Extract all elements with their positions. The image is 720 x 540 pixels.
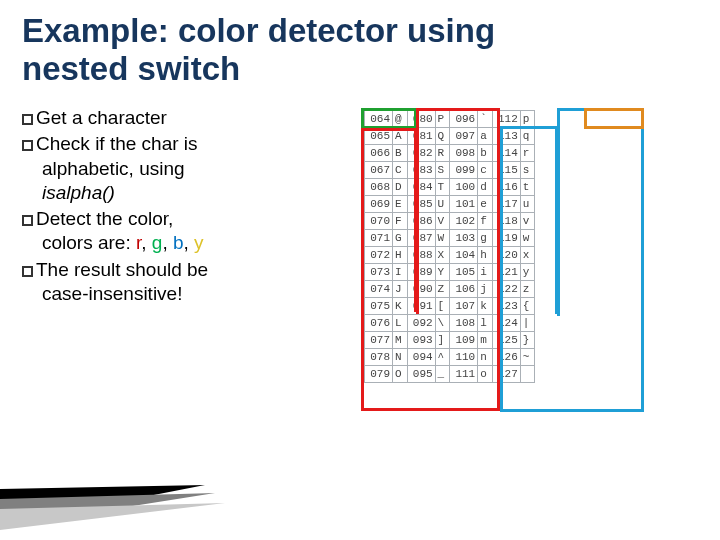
ascii-code: 091 <box>407 297 435 314</box>
ascii-code: 102 <box>450 212 478 229</box>
ascii-char: b <box>478 144 493 161</box>
ascii-char: Y <box>435 263 450 280</box>
ascii-code: 126 <box>492 348 520 365</box>
ascii-code: 081 <box>407 127 435 144</box>
ascii-char: H <box>393 246 408 263</box>
ascii-char: _ <box>435 365 450 382</box>
table-row: 073I089Y105i121y <box>365 263 535 280</box>
ascii-code: 086 <box>407 212 435 229</box>
ascii-char: T <box>435 178 450 195</box>
ascii-char: i <box>478 263 493 280</box>
bullet-lead: Detect <box>36 208 91 229</box>
ascii-code: 105 <box>450 263 478 280</box>
ascii-char: f <box>478 212 493 229</box>
ascii-code: 123 <box>492 297 520 314</box>
ascii-code: 124 <box>492 314 520 331</box>
bullet-list: Get a character Check if the char is alp… <box>22 106 352 383</box>
ascii-code: 115 <box>492 161 520 178</box>
ascii-code: 066 <box>365 144 393 161</box>
ascii-char: W <box>435 229 450 246</box>
ascii-char: X <box>435 246 450 263</box>
ascii-code: 093 <box>407 331 435 348</box>
highlight-orange <box>584 108 644 129</box>
ascii-char: D <box>393 178 408 195</box>
ascii-code: 076 <box>365 314 393 331</box>
ascii-code: 112 <box>492 110 520 127</box>
bullet-text: if the char is <box>90 133 198 154</box>
ascii-code: 082 <box>407 144 435 161</box>
ascii-code: 107 <box>450 297 478 314</box>
ascii-code: 098 <box>450 144 478 161</box>
ascii-char: v <box>520 212 535 229</box>
ascii-code: 067 <box>365 161 393 178</box>
ascii-code: 110 <box>450 348 478 365</box>
ascii-char: F <box>393 212 408 229</box>
ascii-code: 083 <box>407 161 435 178</box>
ascii-char <box>520 365 535 382</box>
ascii-code: 077 <box>365 331 393 348</box>
ascii-char: g <box>478 229 493 246</box>
ascii-code: 127 <box>492 365 520 382</box>
ascii-char: I <box>393 263 408 280</box>
ascii-code: 068 <box>365 178 393 195</box>
square-bullet-icon <box>22 140 33 151</box>
ascii-char: h <box>478 246 493 263</box>
color-y: y <box>194 232 204 253</box>
ascii-char: n <box>478 348 493 365</box>
ascii-char: E <box>393 195 408 212</box>
ascii-code: 104 <box>450 246 478 263</box>
ascii-char: z <box>520 280 535 297</box>
wedge-icon <box>0 475 240 530</box>
slide-decoration <box>0 475 240 530</box>
ascii-code: 071 <box>365 229 393 246</box>
ascii-code: 096 <box>450 110 478 127</box>
bullet-text: a character <box>67 107 167 128</box>
ascii-code: 074 <box>365 280 393 297</box>
ascii-code: 089 <box>407 263 435 280</box>
ascii-char: A <box>393 127 408 144</box>
ascii-code: 065 <box>365 127 393 144</box>
ascii-code: 073 <box>365 263 393 280</box>
ascii-code: 097 <box>450 127 478 144</box>
ascii-char: ~ <box>520 348 535 365</box>
title-line-2: nested switch <box>22 50 240 87</box>
ascii-code: 113 <box>492 127 520 144</box>
ascii-code: 121 <box>492 263 520 280</box>
bullet-lead: Get <box>36 107 67 128</box>
ascii-char: R <box>435 144 450 161</box>
ascii-code: 100 <box>450 178 478 195</box>
table-row: 066B082R098b114r <box>365 144 535 161</box>
ascii-char: c <box>478 161 493 178</box>
bullet-cont: case-insensitive! <box>22 282 352 306</box>
ascii-char: M <box>393 331 408 348</box>
ascii-code: 072 <box>365 246 393 263</box>
ascii-code: 108 <box>450 314 478 331</box>
table-row: 078N094^110n126~ <box>365 348 535 365</box>
ascii-code: 090 <box>407 280 435 297</box>
table-row: 079O095_111o127 <box>365 365 535 382</box>
table-row: 064@080P096`112p <box>365 110 535 127</box>
ascii-char: m <box>478 331 493 348</box>
ascii-code: 099 <box>450 161 478 178</box>
ascii-code: 078 <box>365 348 393 365</box>
ascii-char: r <box>520 144 535 161</box>
table-row: 068D084T100d116t <box>365 178 535 195</box>
ascii-char: \ <box>435 314 450 331</box>
ascii-char: x <box>520 246 535 263</box>
table-row: 070F086V102f118v <box>365 212 535 229</box>
bullet-lead: The <box>36 259 69 280</box>
ascii-code: 122 <box>492 280 520 297</box>
ascii-char: O <box>393 365 408 382</box>
ascii-char: K <box>393 297 408 314</box>
ascii-table: 064@080P096`112p065A081Q097a113q066B082R… <box>364 110 535 383</box>
ascii-char: | <box>520 314 535 331</box>
table-row: 076L092\108l124| <box>365 314 535 331</box>
ascii-char: @ <box>393 110 408 127</box>
ascii-code: 064 <box>365 110 393 127</box>
ascii-char: S <box>435 161 450 178</box>
ascii-char: d <box>478 178 493 195</box>
color-b: b <box>173 232 184 253</box>
ascii-char: e <box>478 195 493 212</box>
ascii-char: q <box>520 127 535 144</box>
sep: , <box>184 232 195 253</box>
